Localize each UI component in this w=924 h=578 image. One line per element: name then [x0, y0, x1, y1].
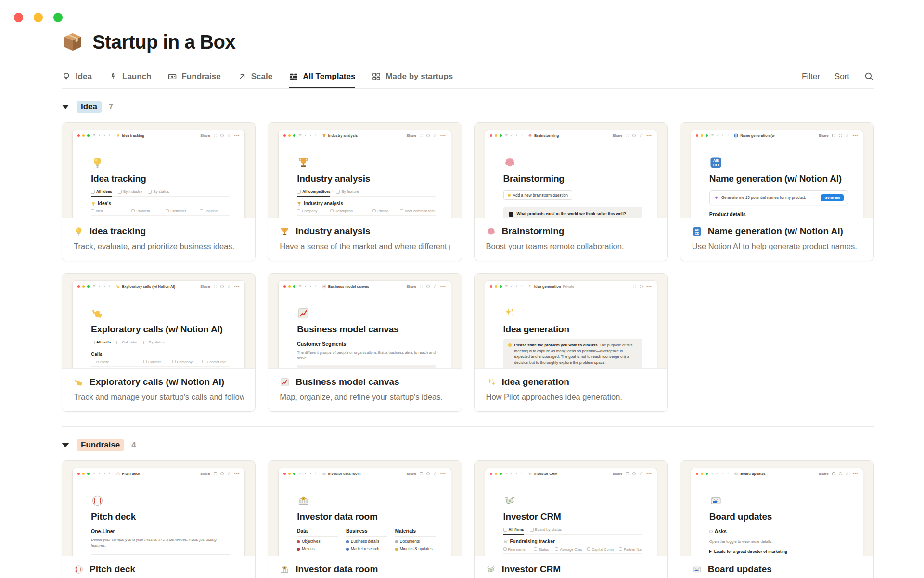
mini-titlebar: ≡‹›+ Board updates Share ☆•••	[691, 468, 863, 478]
minimize-button[interactable]	[34, 13, 43, 22]
card-thumbnail: ≡‹›+ Industry analysis Share ☆•••	[268, 123, 461, 218]
mini-page-body: Business model canvas Customer Segments …	[279, 291, 450, 369]
sort-button[interactable]: Sort	[834, 72, 849, 81]
tab-fundraise[interactable]: Fundraise	[167, 65, 220, 88]
money-with-wings-emoji	[503, 494, 516, 507]
collapse-toggle-icon[interactable]	[62, 443, 69, 447]
tab-launch[interactable]: Launch	[108, 65, 151, 88]
card-footer: Investor CRM	[475, 556, 667, 578]
mini-share-label: Share	[819, 472, 829, 476]
mini-column-list: Data Objectives Metrics Business Busines…	[297, 528, 436, 551]
baseball-emoji	[116, 472, 120, 476]
board-view-icon	[289, 72, 298, 81]
mini-column: Business Business details Market researc…	[346, 528, 387, 551]
search-button[interactable]	[864, 71, 874, 81]
mini-titlebar: ≡‹›+ Exploratory calls (w/ Notion AI) Sh…	[73, 281, 244, 291]
card-thumbnail: ≡‹›+ Board updates Share ☆•••	[680, 461, 873, 556]
zoom-button[interactable]	[53, 13, 63, 22]
mini-column: Data Objectives Metrics	[297, 528, 338, 551]
call-me-hand-emoji	[91, 307, 104, 320]
card-title: Board updates	[708, 564, 772, 575]
mini-page-body: Idea generation Please state the problem…	[485, 291, 657, 369]
template-card-name-generation[interactable]: ≡‹›+ Name generation (w Share ☆•••	[680, 122, 874, 261]
template-card-brainstorming[interactable]: ≡‹›+ Brainstorming Share ☆•••	[474, 122, 668, 261]
mini-page-title: Idea tracking	[91, 173, 230, 184]
card-title: Name generation (w/ Notion AI)	[708, 226, 843, 236]
card-title-row: Idea tracking	[74, 226, 244, 236]
page-title: Startup in a Box	[92, 31, 235, 53]
section-pill-fundraise[interactable]: Fundraise	[77, 439, 124, 451]
mini-breadcrumb: Industry analysis	[322, 133, 358, 138]
mini-page-title: Exploratory calls (w/ Notion AI)	[91, 324, 230, 335]
mini-view-tabs: All competitors By feature	[297, 189, 436, 197]
card-title-row: Business model canvas	[280, 377, 449, 387]
mini-titlebar: ≡‹›+ Name generation (w Share ☆•••	[691, 130, 863, 140]
tab-scale[interactable]: Scale	[237, 65, 272, 88]
card-title-row: Pitch deck	[74, 564, 244, 575]
more-icon: •••	[440, 134, 446, 138]
card-footer: Pitch deck	[62, 556, 255, 578]
card-description: Use Notion AI to help generate product n…	[692, 242, 862, 251]
card-title-row: Brainstorming	[486, 226, 656, 236]
tab-label: Fundraise	[181, 72, 220, 81]
mini-share-label: Share	[406, 284, 416, 289]
lightbulb-emoji	[116, 133, 120, 138]
collapse-toggle-icon[interactable]	[62, 105, 69, 109]
template-card-business-model-canvas[interactable]: ≡‹›+ Business model canvas Share ☆•••	[268, 273, 462, 412]
incoming-envelope-emoji	[709, 494, 722, 507]
template-card-board-updates[interactable]: ≡‹›+ Board updates Share ☆•••	[680, 460, 874, 578]
template-card-exploratory-calls[interactable]: ≡‹›+ Exploratory calls (w/ Notion AI) Sh…	[62, 273, 256, 412]
mini-titlebar: ≡‹›+ Investor CRM Share ☆•••	[485, 468, 657, 478]
mini-share-label: Share	[200, 472, 210, 476]
chart-increasing-emoji	[297, 307, 310, 320]
mini-window-actions: Share ☆•••	[819, 472, 858, 476]
card-title: Investor CRM	[502, 564, 561, 575]
mini-page-body: Investor data room Data Objectives Metri…	[279, 478, 450, 551]
card-title-row: Industry analysis	[280, 226, 449, 236]
template-card-idea-tracking[interactable]: ≡‹›+ Idea tracking Share ☆•••	[62, 122, 256, 261]
clock-icon	[220, 134, 224, 137]
template-card-pitch-deck[interactable]: ≡‹›+ Pitch deck Share ☆•••	[62, 460, 256, 578]
template-card-investor-data-room[interactable]: ≡‹›+ Investor data room Share ☆•••	[268, 460, 462, 578]
star-icon: ☆	[639, 133, 643, 138]
window-traffic-lights[interactable]	[14, 13, 63, 22]
star-icon: ☆	[846, 133, 849, 138]
tab-made-by-startups[interactable]: Made by startups	[372, 65, 453, 88]
mini-window-actions: Share ☆•••	[819, 133, 858, 138]
card-title-row: Name generation (w/ Notion AI)	[692, 226, 862, 236]
more-icon: •••	[646, 134, 652, 138]
mini-window: ≡‹›+ Business model canvas Share ☆•••	[279, 281, 450, 369]
card-description: How Pilot approaches idea generation.	[486, 393, 656, 402]
filter-button[interactable]: Filter	[802, 72, 820, 81]
mini-paragraph: Open the toggle to view more details.	[709, 539, 848, 545]
close-button[interactable]	[14, 13, 23, 22]
tab-all-templates[interactable]: All Templates	[289, 65, 355, 88]
mini-page-body: Name generation (w/ Notion AI) Generate …	[691, 140, 863, 218]
clock-icon	[839, 472, 842, 475]
mini-page-body: Exploratory calls (w/ Notion AI) All cal…	[73, 291, 244, 369]
section-pill-idea[interactable]: Idea	[77, 101, 102, 113]
tab-idea[interactable]: Idea	[62, 65, 92, 88]
mini-breadcrumb: Name generation (w	[734, 133, 774, 138]
more-icon: •••	[440, 285, 446, 289]
template-card-investor-crm[interactable]: ≡‹›+ Investor CRM Share ☆•••	[474, 460, 668, 578]
comment-icon	[832, 472, 835, 475]
lightbulb-emoji	[91, 156, 104, 169]
card-thumbnail: ≡‹›+ Pitch deck Share ☆•••	[62, 461, 255, 556]
clock-icon	[426, 285, 430, 288]
clock-icon	[640, 285, 643, 288]
money-with-wings-emoji	[486, 565, 496, 575]
trophy-emoji	[297, 156, 310, 169]
mini-db-title: Industry analysis	[297, 201, 436, 206]
card-description: Boost your teams remote collaboration.	[486, 242, 656, 251]
comment-icon	[214, 472, 217, 475]
template-card-idea-generation[interactable]: ≡‹›+ Idea generation Private •••	[474, 273, 668, 412]
sparkles-emoji	[503, 307, 516, 320]
mini-titlebar: ≡‹›+ Brainstorming Share ☆•••	[485, 130, 657, 140]
comment-icon	[420, 472, 423, 475]
trophy-emoji	[280, 226, 290, 236]
lightbulb-icon	[508, 343, 512, 347]
mini-ai-prompt: Generate me 15 potential names for my pr…	[709, 190, 848, 205]
baseball-emoji	[91, 494, 104, 507]
template-card-industry-analysis[interactable]: ≡‹›+ Industry analysis Share ☆•••	[268, 122, 462, 261]
